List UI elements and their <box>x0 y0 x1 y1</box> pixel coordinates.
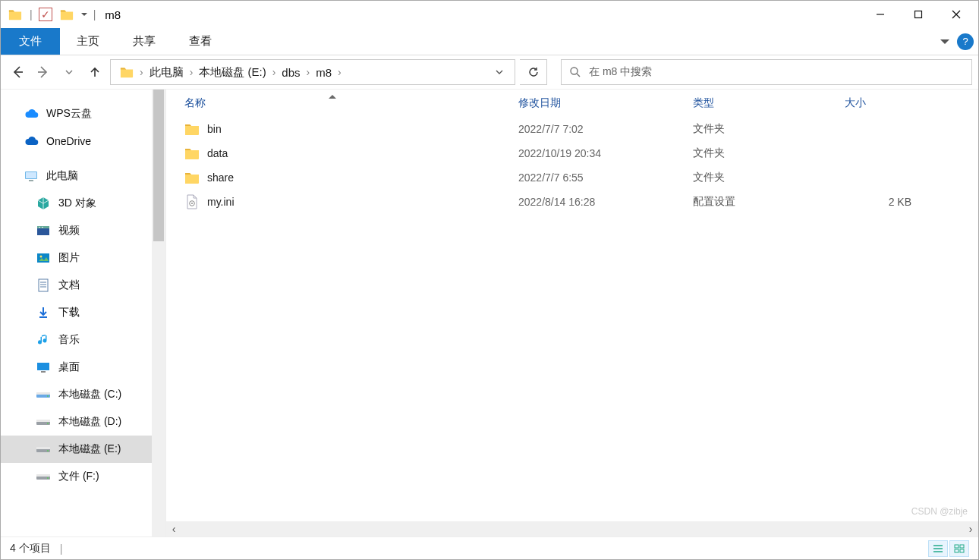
refresh-button[interactable] <box>520 59 547 85</box>
svg-point-14 <box>42 227 43 228</box>
sidebar-item[interactable]: 本地磁盘 (E:) <box>1 436 165 463</box>
nav-back-button[interactable] <box>7 61 28 83</box>
search-placeholder: 在 m8 中搜索 <box>589 65 652 79</box>
crumb-this-pc[interactable]: 此电脑 <box>145 65 188 80</box>
crumb-sep[interactable]: › <box>188 66 195 78</box>
search-box[interactable]: 在 m8 中搜索 <box>561 59 972 85</box>
sidebar-item-label: OneDrive <box>46 135 91 147</box>
svg-point-16 <box>40 256 42 258</box>
cube-icon <box>36 197 51 210</box>
svg-rect-41 <box>955 545 959 548</box>
svg-point-37 <box>191 203 193 204</box>
status-bar: 4 个项目 | <box>1 536 978 559</box>
maximize-button[interactable] <box>899 2 937 27</box>
folder-icon <box>184 122 200 136</box>
file-row[interactable]: data2022/10/19 20:34文件夹 <box>166 141 978 165</box>
crumb-folder-m8[interactable]: m8 <box>311 66 336 79</box>
sidebar-item-label: 3D 对象 <box>58 197 96 210</box>
sidebar-item[interactable]: 3D 对象 <box>1 190 165 217</box>
svg-rect-17 <box>39 279 48 291</box>
sidebar-item[interactable]: 图片 <box>1 244 165 272</box>
column-header-name[interactable]: 名称 <box>184 96 518 110</box>
ribbon-tab-share[interactable]: 共享 <box>116 28 172 55</box>
svg-rect-10 <box>29 180 33 181</box>
crumb-folder-dbs[interactable]: dbs <box>277 66 304 79</box>
nav-recent-dropdown[interactable] <box>58 61 80 83</box>
sidebar-item-label: 本地磁盘 (D:) <box>58 415 121 429</box>
column-header-size[interactable]: 大小 <box>845 96 921 110</box>
crumb-sep[interactable]: › <box>271 66 278 78</box>
sidebar-item[interactable]: OneDrive <box>1 127 165 155</box>
crumb-drive[interactable]: 本地磁盘 (E:) <box>194 65 270 80</box>
ribbon-tab-view[interactable]: 查看 <box>172 28 228 55</box>
close-button[interactable] <box>937 2 975 27</box>
view-thumbnails-button[interactable] <box>949 540 969 557</box>
status-item-count: 4 个项目 <box>10 542 51 555</box>
svg-point-13 <box>39 227 40 228</box>
sidebar-item[interactable]: 文件 (F:) <box>1 463 165 490</box>
address-bar[interactable]: › 此电脑 › 本地磁盘 (E:) › dbs › m8 › <box>110 59 515 85</box>
status-separator: | <box>60 543 63 555</box>
file-date: 2022/7/7 7:02 <box>518 123 693 135</box>
minimize-button[interactable] <box>861 2 899 27</box>
scroll-left-icon[interactable]: ‹ <box>166 521 181 536</box>
ribbon-file-tab[interactable]: 文件 <box>1 28 60 55</box>
svg-rect-1 <box>915 11 922 18</box>
ribbon-tab-home[interactable]: 主页 <box>60 28 116 55</box>
scroll-right-icon[interactable]: › <box>963 521 978 536</box>
separator: | <box>93 8 96 20</box>
svg-rect-23 <box>41 371 46 373</box>
window-title: m8 <box>105 8 121 21</box>
sidebar-item-label: 此电脑 <box>46 169 78 183</box>
watermark: CSDN @zibje <box>911 506 968 517</box>
qat-folder-icon[interactable] <box>60 8 74 21</box>
sidebar-item[interactable]: WPS云盘 <box>1 100 165 127</box>
body: WPS云盘OneDrive此电脑3D 对象视频图片文档下载音乐桌面本地磁盘 (C… <box>1 89 978 536</box>
qat-more-icon[interactable] <box>81 13 87 16</box>
svg-point-6 <box>571 68 578 74</box>
drive-icon <box>36 470 51 483</box>
crumb-sep[interactable]: › <box>336 66 343 78</box>
crumb-sep[interactable]: › <box>138 66 145 78</box>
sidebar-item-label: 本地磁盘 (E:) <box>58 442 121 456</box>
svg-rect-42 <box>960 545 964 548</box>
column-header-date[interactable]: 修改日期 <box>518 96 693 110</box>
sidebar-item[interactable]: 视频 <box>1 217 165 244</box>
search-icon <box>569 66 581 78</box>
ribbon-collapse-icon[interactable] <box>940 39 949 44</box>
sidebar-item-label: 下载 <box>58 306 80 319</box>
sidebar-scrollbar[interactable] <box>152 90 165 536</box>
address-history-dropdown[interactable] <box>495 68 510 77</box>
sidebar-item[interactable]: 文档 <box>1 272 165 299</box>
horizontal-scrollbar[interactable]: ‹ › <box>166 521 978 536</box>
file-name: share <box>207 171 234 184</box>
sidebar-item[interactable]: 桌面 <box>1 354 165 381</box>
svg-rect-44 <box>960 549 964 552</box>
sidebar-item[interactable]: 音乐 <box>1 326 165 354</box>
help-button[interactable]: ? <box>957 33 974 50</box>
sidebar-item[interactable]: 此电脑 <box>1 162 165 190</box>
nav-forward-button[interactable] <box>33 61 54 83</box>
column-header-type[interactable]: 类型 <box>693 96 845 110</box>
svg-point-26 <box>47 395 49 397</box>
separator: | <box>30 8 33 20</box>
nav-up-button[interactable] <box>84 61 105 83</box>
sidebar-item[interactable]: 本地磁盘 (C:) <box>1 381 165 408</box>
desktop-icon <box>36 360 51 374</box>
file-row[interactable]: my.ini2022/8/14 16:28配置设置2 KB <box>166 190 978 214</box>
svg-rect-15 <box>37 253 49 263</box>
file-row[interactable]: share2022/7/7 6:55文件夹 <box>166 165 978 190</box>
svg-rect-28 <box>36 420 50 422</box>
qat-properties-icon[interactable]: ✓ <box>39 8 52 21</box>
sidebar-item-label: 图片 <box>58 251 80 265</box>
svg-rect-34 <box>36 474 50 477</box>
svg-rect-22 <box>37 363 49 370</box>
sidebar-item[interactable]: 本地磁盘 (D:) <box>1 408 165 436</box>
view-details-button[interactable] <box>928 540 948 557</box>
crumb-sep[interactable]: › <box>305 66 312 78</box>
sidebar-item-label: 文件 (F:) <box>58 470 99 483</box>
svg-point-32 <box>47 450 49 451</box>
svg-point-35 <box>47 477 49 479</box>
file-row[interactable]: bin2022/7/7 7:02文件夹 <box>166 117 978 141</box>
sidebar-item[interactable]: 下载 <box>1 299 165 326</box>
